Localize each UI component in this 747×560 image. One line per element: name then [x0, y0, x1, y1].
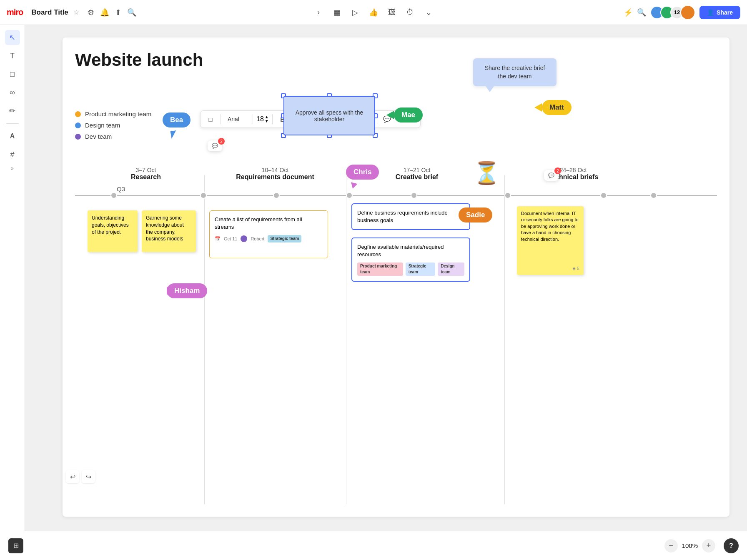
callout-box[interactable]: Share the creative brief the dev team	[473, 58, 556, 86]
timeline-dot-6	[504, 192, 511, 199]
zoom-out-button[interactable]: −	[664, 539, 678, 552]
timeline-dot-5	[411, 192, 417, 199]
card-tag[interactable]: Strategic team	[268, 235, 301, 242]
comment-bubble-2[interactable]: 💬 2	[544, 170, 559, 181]
font-selector[interactable]: Arial	[224, 114, 249, 124]
upload-icon[interactable]: ⬆	[115, 8, 121, 17]
share-icon: 👤	[707, 9, 714, 16]
search-icon[interactable]: 🔍	[127, 8, 136, 17]
task-card-1[interactable]: Create a list of requirements from all s…	[209, 210, 328, 258]
sticky-2-text: Garnering some knowledge about the compa…	[146, 215, 184, 242]
tb-sep-2	[253, 114, 253, 124]
calendar-icon: 📅	[215, 236, 221, 242]
note-tool[interactable]: □	[5, 67, 20, 82]
blue-card-1[interactable]: Define business requirements include bus…	[351, 203, 470, 230]
help-button[interactable]: ?	[724, 538, 739, 553]
zoom-icon[interactable]: 🔍	[637, 8, 646, 17]
more-tools-icon[interactable]: ⌄	[421, 5, 436, 20]
star-icon[interactable]: ☆	[73, 8, 79, 16]
board-heading: Website launch	[75, 50, 203, 70]
cursor-tools-icon[interactable]: ⚡	[624, 8, 633, 17]
font-size-control[interactable]: 18 ▲▼	[256, 115, 269, 123]
undo-button[interactable]: ↩	[66, 470, 79, 483]
legend-item-dev: Dev team	[75, 133, 151, 140]
miro-logo: miro	[7, 8, 23, 17]
q3-label: Q3	[117, 185, 125, 192]
sidebar-divider	[6, 123, 19, 124]
tag-product-marketing[interactable]: Product marketing team	[357, 262, 403, 276]
sticky-1[interactable]: Understanding goals, objectives of the p…	[88, 210, 138, 252]
legend: Product marketing team Design team Dev t…	[75, 110, 151, 140]
share-button[interactable]: 👤 Share	[699, 6, 740, 19]
canvas: Website launch Product marketing team De…	[25, 25, 747, 531]
avatar-me	[680, 5, 695, 20]
draw-tool[interactable]: ✏	[5, 103, 20, 118]
mae-arrow	[386, 111, 394, 119]
present-icon[interactable]: ▷	[348, 5, 363, 20]
text-tool[interactable]: T	[5, 48, 20, 63]
zoom-level: 100%	[682, 542, 698, 549]
timeline-dot-1	[110, 192, 117, 199]
sticky-3-text: Document when internal IT or security fo…	[521, 211, 579, 242]
help-icon: ?	[729, 542, 733, 550]
font-size-arrows[interactable]: ▲▼	[265, 115, 269, 123]
legend-label-product: Product marketing team	[85, 110, 151, 118]
requirements-date: 10–14 Oct	[208, 167, 342, 173]
col-header-requirements: 10–14 Oct Requirements document	[208, 167, 342, 181]
selected-box-container: Approve all specs with the stakeholder	[283, 96, 375, 135]
col-header-technical: 24–28 Oct Technical briefs	[506, 167, 640, 181]
table-icon[interactable]: ▦	[329, 5, 344, 20]
settings-icon[interactable]: ⚙	[88, 8, 94, 17]
sticky-1-text: Understanding goals, objectives of the p…	[92, 215, 129, 235]
timeline-dot-8	[650, 192, 657, 199]
assignee-name: Robert	[251, 236, 264, 242]
tb-sep-1	[221, 114, 221, 124]
redo-button[interactable]: ↪	[82, 470, 95, 483]
callout-arrow	[486, 86, 494, 92]
timer-icon[interactable]: ⏱	[403, 5, 418, 20]
font-tool[interactable]: A	[5, 129, 20, 144]
comment-bubble-1[interactable]: 💬 2	[208, 140, 222, 151]
timeline-dot-3	[273, 192, 280, 199]
center-toolbar: › ▦ ▷ 👍 🖼 ⏱ ⌄	[311, 5, 436, 20]
undo-redo-controls: ↩ ↪	[66, 470, 95, 483]
selected-box-text: Approve all specs with the stakeholder	[288, 109, 371, 122]
expand-tools[interactable]: »	[11, 165, 14, 171]
select-tool[interactable]: ↖	[5, 30, 20, 45]
selected-box[interactable]: Approve all specs with the stakeholder	[283, 96, 375, 135]
legend-label-design: Design team	[85, 122, 120, 129]
legend-dot-dev	[75, 134, 81, 140]
callout-text: Share the creative brief the dev team	[485, 65, 545, 80]
legend-dot-design	[75, 122, 81, 128]
panel-icon: ⊞	[13, 542, 19, 550]
chris-cursor: Chris	[346, 165, 379, 180]
tag-design[interactable]: Design team	[438, 262, 464, 276]
tag-strategic[interactable]: Strategic team	[406, 262, 436, 276]
assignee-avatar	[241, 235, 247, 242]
notifications-icon[interactable]: 🔔	[100, 8, 109, 17]
sticky-3[interactable]: Document when internal IT or security fo…	[517, 206, 584, 275]
topbar: miro Board Title ☆ ⚙ 🔔 ⬆ 🔍 › ▦ ▷ 👍 🖼 ⏱ ⌄…	[0, 0, 747, 25]
technical-date: 24–28 Oct	[506, 167, 640, 173]
connect-tool[interactable]: ∞	[5, 85, 20, 100]
image-icon[interactable]: 🖼	[384, 5, 399, 20]
comment-badge-1: 2	[218, 138, 225, 145]
like-icon[interactable]: 👍	[366, 5, 381, 20]
panel-toggle-button[interactable]: ⊞	[8, 538, 23, 553]
zoom-in-button[interactable]: +	[702, 539, 715, 552]
legend-dot-product	[75, 111, 81, 117]
bea-arrow	[170, 130, 178, 139]
tb-sep-3	[272, 114, 273, 124]
blue-card-1-text: Define business requirements include bus…	[357, 209, 464, 224]
frame-tool[interactable]: #	[5, 147, 20, 162]
sticky-2[interactable]: Garnering some knowledge about the compa…	[142, 210, 196, 252]
board-title: Board Title	[31, 8, 68, 17]
col-header-research: 3–7 Oct Research	[88, 167, 204, 181]
chris-arrow	[349, 182, 357, 190]
nav-icon[interactable]: ›	[311, 5, 326, 20]
left-sidebar: ↖ T □ ∞ ✏ A # »	[0, 25, 25, 560]
col-divider-3	[504, 175, 505, 504]
blue-card-2[interactable]: Degfine available materials/required res…	[351, 238, 470, 282]
shape-btn[interactable]: □	[204, 112, 217, 126]
board: Website launch Product marketing team De…	[63, 38, 729, 517]
